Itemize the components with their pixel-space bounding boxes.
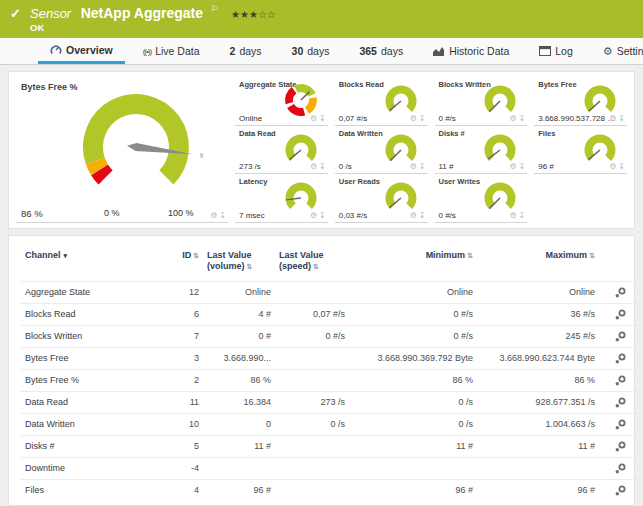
historic-data-chart-icon (433, 46, 445, 57)
column-header-channel[interactable]: Channel▾ (21, 244, 159, 281)
channel-gauge-cell[interactable]: Aggregate StateOnline⚙↧ (235, 77, 328, 126)
tab-bar: Overview ((•)) Live Data 2 days 30 days … (0, 38, 643, 65)
tab-historic-data[interactable]: Historic Data (421, 38, 521, 64)
cell-channel: Data Written (21, 413, 159, 435)
sort-icon[interactable]: ⇅ (589, 252, 595, 259)
column-header-minimum[interactable]: Minimum⇅ (349, 244, 477, 281)
gauge-label: User Reads (339, 177, 380, 186)
gear-icon[interactable]: ⚙ (509, 114, 516, 123)
edit-channel-icon[interactable] (615, 375, 626, 386)
pin-icon[interactable]: ↧ (319, 114, 326, 123)
gear-icon[interactable]: ⚙ (509, 211, 516, 220)
tab-label: Settings (617, 45, 643, 57)
channel-gauge-cell[interactable]: User Writes 0 #/s⚙↧ (435, 174, 528, 223)
tab-live-data[interactable]: ((•)) Live Data (131, 38, 212, 64)
sort-icon[interactable]: ⇅ (467, 252, 473, 259)
sort-icon[interactable]: ⇅ (247, 263, 253, 270)
sort-desc-icon[interactable]: ▾ (64, 252, 68, 259)
gear-icon[interactable]: ⚙ (410, 114, 417, 123)
gear-icon[interactable]: ⚙ (210, 211, 217, 220)
gauge-value: 0 #/s (439, 211, 456, 220)
column-header-last-value-volume[interactable]: Last Value (volume)⇅ (203, 244, 275, 281)
pin-icon[interactable]: ↧ (319, 162, 326, 171)
channel-gauge-cell[interactable]: Bytes Free 3.668.990.537.728 …⚙↧ (534, 77, 627, 126)
gear-icon[interactable]: ⚙ (310, 114, 317, 123)
edit-channel-icon[interactable] (615, 287, 626, 298)
pin-icon[interactable]: ↧ (519, 211, 526, 220)
column-header-last-value-speed[interactable]: Last Value (speed)⇅ (275, 244, 349, 281)
tab-30-days[interactable]: 30 days (280, 38, 342, 64)
cell-last-value-speed: 273 /s (275, 391, 349, 413)
sensor-header: ✓ Sensor NetApp Aggregate ⚐ ★★★☆☆ OK (0, 0, 643, 38)
channel-gauge-cell[interactable]: Blocks Written 0 #/s⚙↧ (435, 77, 528, 126)
cell-channel: Blocks Read (21, 303, 159, 325)
edit-channel-icon[interactable] (615, 463, 626, 474)
cell-last-value-speed: 0 /s (275, 413, 349, 435)
channel-table: Channel▾ ID⇅ Last Value (volume)⇅ Last V… (21, 244, 641, 501)
live-data-icon: ((•)) (143, 47, 151, 56)
edit-channel-icon[interactable] (615, 419, 626, 430)
cell-actions (599, 435, 641, 457)
sort-icon[interactable]: ⇅ (193, 252, 199, 259)
cell-channel: Bytes Free (21, 347, 159, 369)
primary-channel-gauge-cell[interactable]: Bytes Free % x̄ 86 % 0 % 100 % ⚙ ↧ (16, 77, 228, 223)
gear-icon[interactable]: ⚙ (509, 162, 516, 171)
gear-icon[interactable]: ⚙ (410, 211, 417, 220)
pin-icon[interactable]: ↧ (519, 114, 526, 123)
channel-gauge-cell[interactable]: Disks # 11 #⚙↧ (435, 126, 528, 175)
table-row: Aggregate State12OnlineOnlineOnline (21, 281, 641, 303)
gauge-max-label: 100 % (168, 208, 194, 218)
table-row: Blocks Written70 #0 #/s0 #/s245 #/s (21, 325, 641, 347)
edit-channel-icon[interactable] (615, 441, 626, 452)
pin-icon[interactable]: ↧ (419, 114, 426, 123)
edit-channel-icon[interactable] (615, 485, 626, 496)
pin-icon[interactable]: ↧ (519, 162, 526, 171)
cell-actions (599, 391, 641, 413)
pin-icon[interactable]: ↧ (419, 162, 426, 171)
table-row: Data Read1116.384273 /s0 /s928.677.351 /… (21, 391, 641, 413)
edit-channel-icon[interactable] (615, 331, 626, 342)
cell-minimum: Online (349, 281, 477, 303)
cell-actions (599, 303, 641, 325)
tab-label: days (239, 45, 261, 57)
pin-icon[interactable]: ↧ (319, 211, 326, 220)
channel-gauge-cell[interactable]: Files 96 #⚙↧ (534, 126, 627, 175)
status-badge: OK (30, 22, 44, 33)
tab-365-days[interactable]: 365 days (347, 38, 415, 64)
pin-icon[interactable]: ↧ (219, 211, 226, 220)
cell-minimum: 0 #/s (349, 303, 477, 325)
gear-icon[interactable]: ⚙ (410, 162, 417, 171)
gear-icon[interactable]: ⚙ (310, 211, 317, 220)
edit-channel-icon[interactable] (615, 309, 626, 320)
priority-stars[interactable]: ★★★☆☆ (231, 9, 276, 20)
sort-icon[interactable]: ⇅ (313, 263, 319, 270)
cell-actions (599, 369, 641, 391)
channel-gauge-cell[interactable]: Data Read 273 /s⚙↧ (235, 126, 328, 175)
gauge-value: 3.668.990.537.728 … (538, 114, 608, 123)
gear-icon[interactable]: ⚙ (609, 162, 616, 171)
channel-gauge-grid: Aggregate StateOnline⚙↧Blocks Read 0,07 … (235, 77, 627, 223)
tab-log[interactable]: Log (527, 38, 585, 64)
status-check-icon: ✓ (10, 6, 21, 21)
channel-gauge-cell[interactable]: Latency 7 msec⚙↧ (235, 174, 328, 223)
tab-label-number: 365 (359, 45, 377, 57)
tab-settings[interactable]: ⚙ Settings (591, 38, 643, 64)
column-header-id[interactable]: ID⇅ (159, 244, 203, 281)
cell-minimum: 11 # (349, 435, 477, 457)
pin-icon[interactable]: ↧ (419, 211, 426, 220)
column-header-maximum[interactable]: Maximum⇅ (477, 244, 599, 281)
flag-icon[interactable]: ⚐ (211, 4, 219, 14)
edit-channel-icon[interactable] (615, 397, 626, 408)
channel-gauge-cell[interactable]: User Reads 0,03 #/s⚙↧ (335, 174, 428, 223)
tab-2-days[interactable]: 2 days (218, 38, 274, 64)
pin-icon[interactable]: ↧ (618, 114, 625, 123)
channel-gauge-cell[interactable]: Blocks Read 0,07 #/s⚙↧ (335, 77, 428, 126)
edit-channel-icon[interactable] (615, 353, 626, 364)
pin-icon[interactable]: ↧ (618, 162, 625, 171)
gear-icon[interactable]: ⚙ (310, 162, 317, 171)
channel-gauge-cell[interactable]: Data Written 0 /s⚙↧ (335, 126, 428, 175)
cell-minimum: 0 /s (349, 391, 477, 413)
gear-icon[interactable]: ⚙ (609, 114, 616, 123)
tab-overview[interactable]: Overview (38, 38, 125, 64)
cell-last-value-speed (275, 435, 349, 457)
